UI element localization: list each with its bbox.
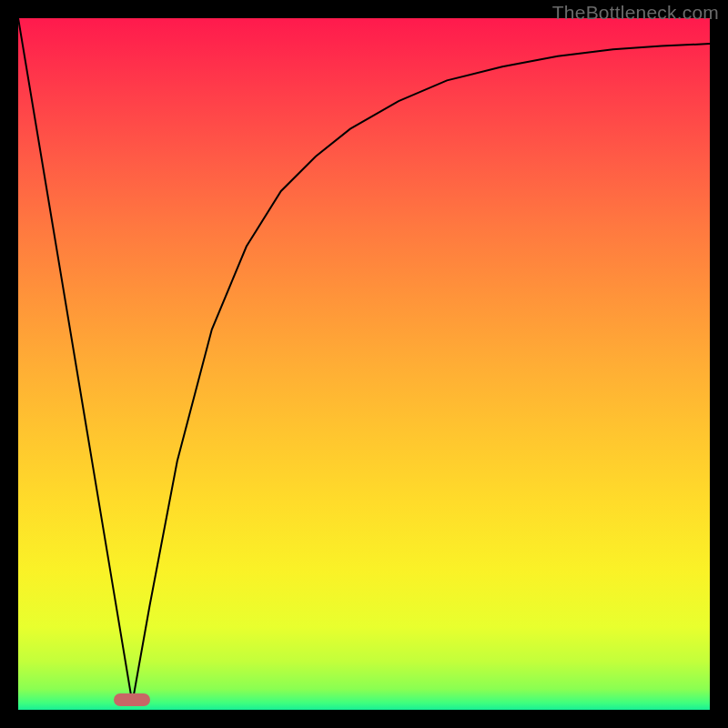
watermark-text: TheBottleneck.com: [552, 2, 719, 24]
chart-frame: TheBottleneck.com: [0, 0, 728, 728]
plot-area: [18, 18, 710, 710]
curve-path: [18, 18, 710, 703]
optimal-marker: [114, 693, 150, 706]
bottleneck-curve: [18, 18, 710, 710]
